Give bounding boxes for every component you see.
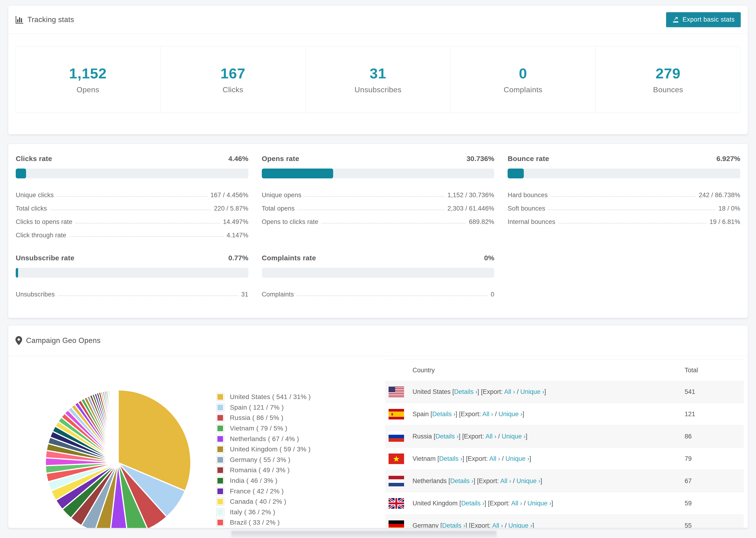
legend-label: Russia ( 86 / 5% ) [230,414,283,422]
dotted-leader [58,296,238,296]
geo-export-unique-link-united-kingdom[interactable]: Unique › [527,500,551,507]
total-cell: 67 [685,477,739,485]
legend-item-france[interactable]: France ( 42 / 2% ) [216,486,311,497]
rate-row-value: 19 / 6.81% [710,218,740,226]
rate-head: Opens rate30.736% [262,155,495,163]
stat-label: Complaints [504,85,542,94]
stat-label: Clicks [223,85,243,94]
flag-icon-nl [389,476,404,486]
country-cell: Spain [Details ›] [Export: All › / Uniqu… [412,410,685,418]
geo-export-all-link-united-kingdom[interactable]: All › [511,500,522,507]
dotted-leader [297,210,445,210]
geo-export-unique-link-united-states[interactable]: Unique › [520,388,544,395]
progress-bar-track [16,268,248,278]
stat-value: 167 [220,65,245,82]
column-header-country: Country [412,367,685,374]
geo-export-unique-link-russia[interactable]: Unique › [502,433,526,440]
rate-row-soft-bounces: Soft bounces18 / 0% [508,199,740,212]
rate-row-click-through-rate: Click through rate4.147% [16,226,248,239]
geo-export-unique-link-germany[interactable]: Unique › [508,522,532,528]
legend-item-india[interactable]: India ( 46 / 3% ) [216,476,311,486]
horizontal-scrollbar-thumb[interactable] [231,531,497,538]
rate-row-value: 0 [491,291,494,298]
legend-swatch-color [217,520,223,525]
legend-label: France ( 42 / 2% ) [230,488,284,495]
rate-row-value: 689.82% [469,218,494,226]
rate-row-unique-opens: Unique opens1,152 / 30.736% [262,186,495,199]
legend-item-germany[interactable]: Germany ( 55 / 3% ) [216,455,311,465]
legend-swatch-color [217,405,223,410]
rate-title: Clicks rate [16,155,52,163]
geo-details-link-netherlands[interactable]: Details › [450,477,473,484]
total-cell: 541 [685,388,739,396]
legend-item-brazil[interactable]: Brazil ( 33 / 2% ) [216,517,311,528]
geo-details-link-spain[interactable]: Details › [432,410,456,418]
legend-label: Germany ( 55 / 3% ) [230,456,291,463]
rate-value: 6.927% [716,155,740,163]
geo-export-unique-link-spain[interactable]: Unique › [499,410,522,418]
legend-label: Vietnam ( 79 / 5% ) [230,425,287,432]
geo-details-link-united-states[interactable]: Details › [454,388,477,395]
rate-rows: Hard bounces242 / 86.738%Soft bounces18 … [508,186,740,226]
rate-row-clicks-to-opens-rate: Clicks to opens rate14.497% [16,212,248,226]
dotted-leader [551,196,696,197]
geo-export-unique-link-vietnam[interactable]: Unique › [506,455,529,462]
legend-item-italy[interactable]: Italy ( 36 / 2% ) [216,507,311,517]
progress-bar-fill [508,169,524,178]
stat-card-opens: 1,152Opens [16,46,161,113]
geo-export-all-link-netherlands[interactable]: All › [500,477,512,484]
rate-row-value: 1,152 / 30.736% [448,191,495,199]
geo-export-all-link-vietnam[interactable]: All › [489,455,500,462]
legend-swatch [216,393,224,401]
legend-item-spain[interactable]: Spain ( 121 / 7% ) [216,402,311,413]
legend-item-russia[interactable]: Russia ( 86 / 5% ) [216,413,311,423]
flag-icon-de [389,520,404,528]
legend-item-united-kingdom[interactable]: United Kingdom ( 59 / 3% ) [216,444,311,455]
rate-row-label: Opens to clicks rate [262,218,318,226]
flag-icon-vn [389,454,404,464]
geo-export-all-link-spain[interactable]: All › [482,410,493,418]
legend-swatch-color [217,415,223,421]
geo-details-link-germany[interactable]: Details › [442,522,465,528]
rate-row-value: 18 / 0% [719,205,740,212]
legend-item-canada[interactable]: Canada ( 40 / 2% ) [216,497,311,507]
legend-item-netherlands[interactable]: Netherlands ( 67 / 4% ) [216,434,311,444]
country-cell: Vietnam [Details ›] [Export: All › / Uni… [412,455,685,462]
rates-panel: Clicks rate4.46%Unique clicks167 / 4.456… [8,144,748,318]
legend-swatch-color [217,447,223,452]
geo-export-all-link-russia[interactable]: All › [486,433,497,440]
legend-item-romania[interactable]: Romania ( 49 / 3% ) [216,465,311,476]
dotted-leader [297,296,488,296]
legend-swatch-color [217,426,223,431]
geo-details-link-russia[interactable]: Details › [436,433,459,440]
legend-swatch [216,487,224,495]
rate-panel-clicks-rate: Clicks rate4.46%Unique clicks167 / 4.456… [16,155,248,239]
country-cell: Germany [Details ›] [Export: All › / Uni… [412,522,685,528]
rate-row-label: Unsubscribes [16,291,55,298]
rate-head: Bounce rate6.927% [508,155,740,163]
legend-item-vietnam[interactable]: Vietnam ( 79 / 5% ) [216,423,311,434]
rate-value: 0.77% [229,254,248,262]
legend-swatch-color [217,457,223,463]
stat-card-complaints: 0Complaints [451,46,596,113]
progress-bar-fill [16,268,18,278]
geo-export-all-link-germany[interactable]: All › [492,522,503,528]
rate-row-value: 14.497% [223,218,248,226]
export-basic-stats-button[interactable]: Export basic stats [666,12,741,27]
geo-details-link-united-kingdom[interactable]: Details › [461,500,484,507]
rate-head: Complaints rate0% [262,254,495,262]
legend-item-united-states[interactable]: United States ( 541 / 31% ) [216,392,311,402]
legend-swatch-color [217,436,223,442]
rate-row-opens-to-clicks-rate: Opens to clicks rate689.82% [262,212,495,226]
geo-export-all-link-united-states[interactable]: All › [504,388,515,395]
rate-row-value: 4.147% [227,232,248,239]
table-row-vietnam: Vietnam [Details ›] [Export: All › / Uni… [385,448,744,470]
geo-export-unique-link-netherlands[interactable]: Unique › [516,477,540,484]
stat-card-bounces: 279Bounces [596,46,740,113]
geo-details-link-vietnam[interactable]: Details › [439,455,462,462]
progress-bar-track [262,169,495,178]
dotted-leader [57,196,207,197]
legend-swatch [216,435,224,443]
progress-bar-fill [16,169,26,178]
dotted-leader [304,196,445,197]
